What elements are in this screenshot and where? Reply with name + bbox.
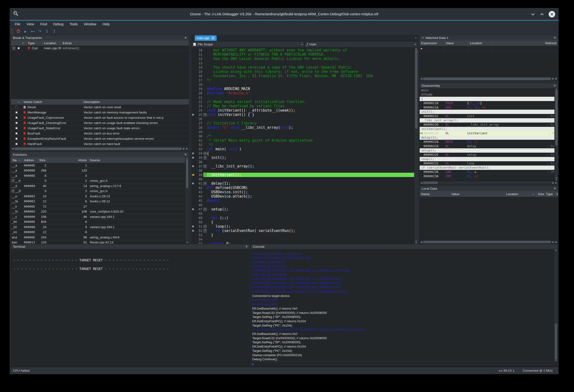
gutter-cell[interactable]	[191, 242, 195, 244]
code-line[interactable]: 24void initVariant() __attribute__((weak…	[191, 108, 414, 113]
function-row[interactable]: +__D02cmsis_gcc.h	[11, 189, 185, 194]
code-line[interactable]: 45#endif	[191, 199, 414, 203]
column-size[interactable]: Size	[38, 157, 48, 163]
code-line[interactable]: 11 MERCHANTABILITY or FITNESS FOR A PART…	[191, 52, 414, 57]
disassembly-row[interactable]: delay(1);	[420, 135, 554, 140]
function-row[interactable]: __a00000D268133	[11, 168, 185, 173]
menu-view[interactable]: View	[23, 21, 37, 27]
gutter-cell[interactable]	[191, 233, 195, 237]
code-line[interactable]: 17*/	[191, 78, 414, 83]
gutter-cell[interactable]	[191, 156, 195, 160]
scroll-thumb[interactable]	[423, 182, 438, 184]
function-row[interactable]: __a00000E84	[11, 173, 185, 178]
function-row[interactable]: _Gl00000D249variant.cpp:184:1	[11, 225, 185, 230]
code-line[interactable]: 39 initVariant();	[191, 173, 414, 177]
code-line[interactable]: 38	[191, 168, 414, 173]
scroll-down-icon[interactable]: ▼	[554, 359, 558, 361]
expand-icon[interactable]: +	[12, 179, 14, 182]
function-row[interactable]: _ini00000E126	[11, 230, 185, 235]
code-line[interactable]: 35 init();	[191, 156, 414, 160]
gutter-cell[interactable]	[191, 48, 195, 52]
function-row[interactable]: __fa000002126hooks.c:39:12	[11, 199, 185, 204]
column-expression[interactable]: Expression	[420, 40, 444, 46]
code-line[interactable]: 29	[191, 130, 414, 134]
gutter-cell[interactable]	[191, 91, 195, 95]
close-window-icon[interactable]	[549, 11, 555, 18]
console-vscrollbar[interactable]: ▲ ▼	[554, 249, 557, 361]
scroll-up-icon[interactable]: ▲	[185, 157, 189, 159]
gutter-cell[interactable]	[191, 177, 195, 181]
gutter-cell[interactable]	[191, 83, 195, 87]
code-line[interactable]: 31 * \brief Main entry point of Arduino …	[191, 138, 414, 143]
disassembly-row[interactable]: initVariant();	[420, 127, 554, 131]
gutter-cell[interactable]	[191, 143, 195, 147]
code-line[interactable]: 34{	[191, 151, 414, 156]
menu-find[interactable]: Find	[37, 21, 50, 27]
check-icon[interactable]: ✖	[15, 142, 18, 146]
console-title-bar[interactable]: Console	[251, 244, 557, 249]
maximize-icon[interactable]	[540, 12, 544, 16]
code-line[interactable]: 25void initVariant() { }	[191, 113, 414, 117]
gutter-cell[interactable]	[191, 69, 195, 74]
code-line[interactable]: 32 */	[191, 143, 414, 147]
scroll-left-icon[interactable]: ◀	[420, 241, 423, 243]
disassembly-row[interactable]: 0000021CBLinit; 0x	[420, 114, 554, 118]
code-line[interactable]: 27// Initialize C library	[191, 121, 414, 125]
checkbox-empty-icon[interactable]	[15, 106, 18, 108]
console-input[interactable]	[251, 361, 557, 367]
refresh-button[interactable]: Refresh	[492, 40, 558, 46]
local-data-hscrollbar[interactable]: ◀ ◀ ▶	[420, 240, 558, 244]
chevron-down-icon[interactable]	[422, 37, 424, 39]
code-line[interactable]: 44 USBDevice.attach();	[191, 194, 414, 199]
scroll-up-icon[interactable]: ▲	[555, 88, 558, 90]
gutter-cell[interactable]	[191, 134, 195, 138]
enabled-check-icon[interactable]: ✖	[18, 47, 20, 50]
column-value[interactable]: Value	[444, 40, 469, 46]
column-location[interactable]: Location	[505, 191, 536, 197]
scroll-down-icon[interactable]: ▼	[185, 242, 189, 244]
minimize-icon[interactable]	[531, 12, 535, 16]
code-line[interactable]: 16 Foundation, Inc., 51 Franklin St, Fif…	[191, 74, 414, 78]
scroll-down-icon[interactable]: ▼	[555, 179, 558, 181]
code-line[interactable]: 33int main( void )	[191, 147, 414, 151]
tab-close-icon[interactable]: ✕	[211, 36, 215, 40]
scroll-thumb[interactable]	[15, 148, 182, 150]
terminal-title-bar[interactable]: Terminal ✕	[11, 244, 250, 249]
column-type[interactable]: Type	[544, 191, 555, 197]
function-row[interactable]: __e000002105hooks.c:28:13	[11, 194, 185, 199]
column-location[interactable]: Location	[469, 40, 492, 46]
vector-catch-row[interactable]: ResetVector catch on core reset	[11, 105, 189, 110]
close-icon[interactable]: ✕	[245, 245, 248, 248]
disassembly-row[interactable]: 0000022EBLsetup; 0x	[420, 153, 554, 157]
function-row[interactable]: _fin00000E9046	[11, 220, 185, 225]
watched-data-title-bar[interactable]: Watched Data 1 ✕	[420, 35, 558, 40]
disassembly-row[interactable]: loop();	[420, 157, 554, 161]
scroll-left-icon[interactable]: ◀	[551, 241, 554, 243]
disassembly-title-bar[interactable]: Disassembly ✕	[420, 83, 558, 88]
code-line[interactable]: 48	[191, 211, 414, 216]
disassembly-row[interactable]: 00000220BL__libc_init_array; 0x	[420, 123, 554, 127]
vector-catch-row[interactable]: ✖UsageFault_StateErrorVector catch on us…	[11, 126, 189, 131]
code-line[interactable]: 53 }	[191, 233, 414, 237]
gutter-cell[interactable]	[191, 194, 195, 199]
scroll-left-icon[interactable]: ◀	[11, 148, 15, 150]
step-over-button[interactable]: ↷	[36, 28, 43, 34]
function-row[interactable]: __d0000004014wiring_analog.c:217:6	[11, 184, 185, 189]
fold-icon[interactable]	[203, 173, 207, 177]
gutter-cell[interactable]	[191, 100, 195, 104]
gutter-cell[interactable]	[191, 95, 195, 100]
code-line[interactable]: 55 return 0;	[191, 242, 414, 244]
code-line[interactable]: 19#define ARDUINO_MAIN	[191, 87, 414, 91]
scroll-thumb[interactable]	[555, 323, 557, 359]
column-address[interactable]: Addres	[22, 157, 38, 163]
scroll-down-icon[interactable]: ▼	[414, 242, 418, 244]
disassembly-row[interactable]: 0000022ABLdelay; 0x	[420, 144, 554, 148]
code-line[interactable]: 54	[191, 237, 414, 242]
scroll-left-icon[interactable]: ◀	[420, 78, 423, 80]
code-line[interactable]: 40	[191, 177, 414, 181]
check-icon[interactable]: ✖	[15, 132, 18, 135]
column-vector-catch[interactable]: Vector Catch	[22, 99, 82, 105]
check-icon[interactable]: ✖	[15, 137, 18, 141]
console-output[interactable]: Found Cortex-M0 r0p1, Little endian.FPUn…	[251, 249, 554, 361]
fold-icon[interactable]	[203, 229, 207, 233]
